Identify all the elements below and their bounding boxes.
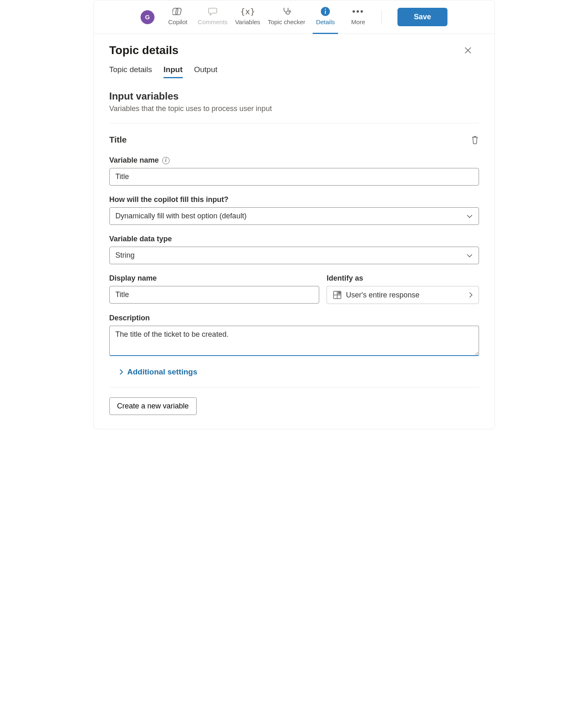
identify-as-select[interactable]: User's entire response <box>327 286 479 304</box>
label-text: Variable name <box>109 156 159 165</box>
display-name-input[interactable] <box>109 286 320 304</box>
toolbar-variables[interactable]: {x} Variables <box>235 6 260 28</box>
tab-output[interactable]: Output <box>194 65 218 78</box>
field-label: Display name <box>109 274 320 283</box>
more-icon: ••• <box>353 6 363 17</box>
field-label: Description <box>109 314 479 322</box>
toolbar: G Copilot Comments {x} Variables <box>94 0 495 34</box>
toolbar-label: Topic checker <box>268 18 305 25</box>
toolbar-label: Copilot <box>168 18 187 25</box>
field-label: Variable data type <box>109 235 479 243</box>
field-label: Variable name i <box>109 156 479 165</box>
chevron-down-icon <box>466 214 473 218</box>
divider <box>381 10 382 25</box>
row-display-identify: Display name Identify as User's entire r… <box>109 274 479 304</box>
toolbar-topic-checker[interactable]: Topic checker <box>268 6 305 28</box>
chevron-right-icon <box>119 369 123 375</box>
toolbar-label: Details <box>316 18 335 25</box>
page-title: Topic details <box>109 44 179 57</box>
section-heading: Input variables <box>109 91 479 102</box>
delete-variable-button[interactable] <box>471 135 479 144</box>
avatar: G <box>141 10 154 24</box>
panel-header: Topic details <box>109 43 479 58</box>
tab-topic-details[interactable]: Topic details <box>109 65 152 78</box>
select-value: User's entire response <box>346 291 420 299</box>
variable-title: Title <box>109 135 127 145</box>
field-fill-method: How will the copilot fill this input? Dy… <box>109 195 479 225</box>
trash-icon <box>471 135 479 144</box>
toolbar-comments[interactable]: Comments <box>198 6 228 28</box>
select-value: Dynamically fill with best option (defau… <box>116 212 247 220</box>
additional-settings-toggle[interactable]: Additional settings <box>109 367 479 376</box>
field-identify-as: Identify as User's entire response <box>327 274 479 304</box>
save-button[interactable]: Save <box>397 8 447 26</box>
toolbar-details[interactable]: Details <box>313 6 338 28</box>
subtabs: Topic details Input Output <box>109 65 479 78</box>
field-variable-name: Variable name i <box>109 156 479 186</box>
chat-icon <box>207 6 218 17</box>
svg-rect-4 <box>325 11 326 14</box>
info-icon[interactable]: i <box>162 157 170 164</box>
entity-icon <box>333 290 342 299</box>
copilot-icon <box>173 6 183 17</box>
divider <box>109 387 479 388</box>
field-label: How will the copilot fill this input? <box>109 195 479 204</box>
svg-rect-5 <box>325 9 326 10</box>
topic-details-panel: Topic details Topic details Input Output… <box>94 34 495 429</box>
close-icon <box>464 47 472 54</box>
close-button[interactable] <box>464 43 479 58</box>
toolbar-more[interactable]: ••• More <box>345 6 371 28</box>
field-data-type: Variable data type String <box>109 235 479 264</box>
field-label: Identify as <box>327 274 479 283</box>
chevron-down-icon <box>466 254 473 258</box>
braces-x-icon: {x} <box>242 6 253 17</box>
toolbar-copilot[interactable]: Copilot <box>165 6 191 28</box>
description-input[interactable] <box>109 326 479 356</box>
select-value: String <box>116 251 135 260</box>
section-subtitle: Variables that the topic uses to process… <box>109 104 479 113</box>
chevron-right-icon <box>469 292 473 298</box>
field-display-name: Display name <box>109 274 320 304</box>
stethoscope-icon <box>281 6 292 17</box>
variable-name-input[interactable] <box>109 168 479 186</box>
create-variable-button[interactable]: Create a new variable <box>109 397 197 415</box>
expand-label: Additional settings <box>127 367 198 376</box>
svg-rect-0 <box>173 8 178 15</box>
toolbar-label: Comments <box>198 18 228 25</box>
variable-header: Title <box>109 135 479 145</box>
tab-input[interactable]: Input <box>163 65 182 78</box>
divider <box>109 123 479 123</box>
field-description: Description <box>109 314 479 358</box>
toolbar-label: More <box>351 18 365 25</box>
info-icon <box>320 6 331 17</box>
toolbar-label: Variables <box>235 18 260 25</box>
data-type-select[interactable]: String <box>109 247 479 264</box>
svg-point-2 <box>289 11 291 12</box>
toolbar-group: G Copilot Comments {x} Variables <box>141 6 447 28</box>
fill-method-select[interactable]: Dynamically fill with best option (defau… <box>109 207 479 225</box>
svg-rect-1 <box>175 8 181 15</box>
